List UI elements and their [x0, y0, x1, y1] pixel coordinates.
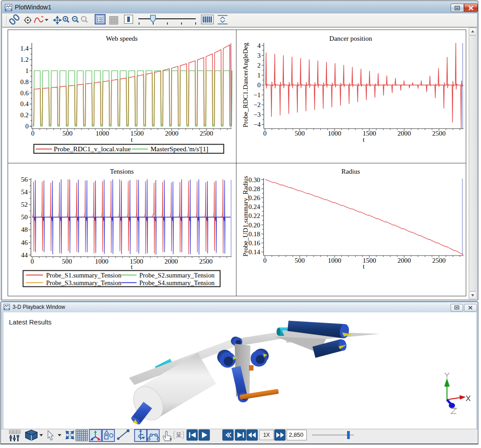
- svg-text:2,850: 2,850: [289, 431, 304, 438]
- svg-text:1X: 1X: [263, 432, 270, 438]
